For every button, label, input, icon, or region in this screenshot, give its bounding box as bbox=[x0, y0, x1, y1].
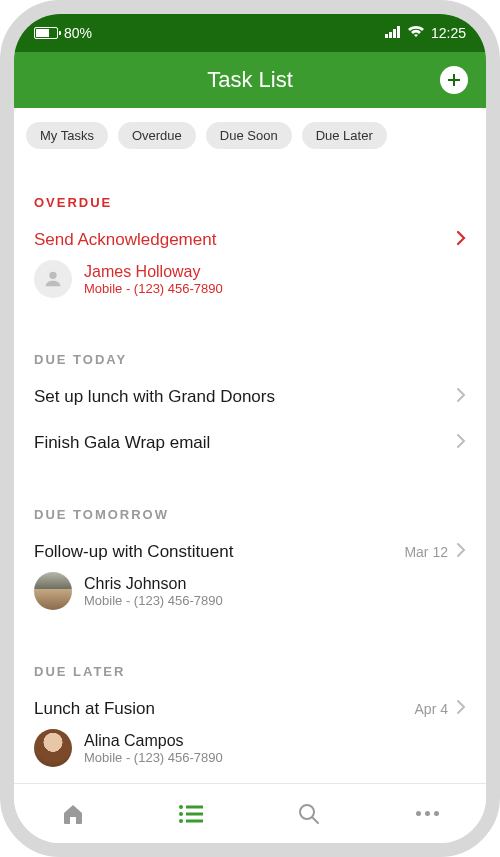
chevron-right-icon bbox=[456, 387, 466, 407]
task-item[interactable]: Finish Gala Wrap email bbox=[34, 425, 466, 471]
task-title: Lunch at Fusion bbox=[34, 699, 415, 719]
section-due-later: DUE LATER Lunch at Fusion Apr 4 Alina Ca… bbox=[14, 628, 486, 783]
svg-rect-0 bbox=[385, 34, 388, 38]
section-header-due-tomorrow: DUE TOMORROW bbox=[34, 507, 466, 522]
bottom-nav bbox=[14, 783, 486, 843]
phone-frame: 80% 12:25 Task List My Tasks Overdue Due… bbox=[0, 0, 500, 857]
svg-rect-8 bbox=[186, 812, 203, 815]
task-scroll-area[interactable]: My Tasks Overdue Due Soon Due Later OVER… bbox=[14, 108, 486, 783]
plus-icon bbox=[446, 72, 462, 88]
task-item[interactable]: Follow-up with Constituent Mar 12 Chris … bbox=[34, 534, 466, 628]
svg-rect-3 bbox=[397, 26, 400, 38]
contact-name: Chris Johnson bbox=[84, 575, 223, 593]
nav-search[interactable] bbox=[287, 792, 331, 836]
contact-row[interactable]: Alina Campos Mobile - (123) 456-7890 bbox=[34, 729, 466, 767]
task-date: Mar 12 bbox=[404, 544, 448, 560]
app-header: Task List bbox=[14, 52, 486, 108]
task-item[interactable]: Send Acknowledgement James Holloway Mobi… bbox=[34, 222, 466, 316]
more-icon bbox=[416, 811, 439, 816]
svg-rect-2 bbox=[393, 29, 396, 38]
wifi-icon bbox=[407, 25, 425, 41]
filter-overdue[interactable]: Overdue bbox=[118, 122, 196, 149]
contact-row[interactable]: James Holloway Mobile - (123) 456-7890 bbox=[34, 260, 466, 298]
list-icon bbox=[178, 804, 204, 824]
task-item[interactable]: Lunch at Fusion Apr 4 Alina Campos Mobil… bbox=[34, 691, 466, 783]
task-title: Send Acknowledgement bbox=[34, 230, 456, 250]
home-icon bbox=[61, 802, 85, 826]
person-icon bbox=[42, 268, 64, 290]
avatar bbox=[34, 729, 72, 767]
page-title: Task List bbox=[207, 67, 293, 93]
chevron-right-icon bbox=[456, 699, 466, 719]
svg-point-7 bbox=[179, 812, 183, 816]
filter-row: My Tasks Overdue Due Soon Due Later bbox=[14, 108, 486, 159]
contact-phone: Mobile - (123) 456-7890 bbox=[84, 281, 223, 296]
signal-icon bbox=[385, 25, 401, 41]
clock: 12:25 bbox=[431, 25, 466, 41]
svg-point-4 bbox=[49, 272, 56, 279]
section-overdue: OVERDUE Send Acknowledgement James Hollo… bbox=[14, 159, 486, 316]
battery-icon bbox=[34, 27, 58, 39]
nav-tasks[interactable] bbox=[169, 792, 213, 836]
section-due-today: DUE TODAY Set up lunch with Grand Donors… bbox=[14, 316, 486, 471]
nav-home[interactable] bbox=[51, 792, 95, 836]
filter-due-soon[interactable]: Due Soon bbox=[206, 122, 292, 149]
contact-name: Alina Campos bbox=[84, 732, 223, 750]
search-icon bbox=[297, 802, 321, 826]
section-header-due-later: DUE LATER bbox=[34, 664, 466, 679]
svg-rect-6 bbox=[186, 805, 203, 808]
chevron-right-icon bbox=[456, 433, 466, 453]
svg-point-5 bbox=[179, 805, 183, 809]
battery-level: 80% bbox=[64, 25, 92, 41]
chevron-right-icon bbox=[456, 542, 466, 562]
filter-due-later[interactable]: Due Later bbox=[302, 122, 387, 149]
chevron-right-icon bbox=[456, 230, 466, 250]
task-title: Set up lunch with Grand Donors bbox=[34, 387, 456, 407]
task-date: Apr 4 bbox=[415, 701, 448, 717]
section-header-overdue: OVERDUE bbox=[34, 195, 466, 210]
svg-rect-10 bbox=[186, 819, 203, 822]
task-title: Follow-up with Constituent bbox=[34, 542, 404, 562]
filter-my-tasks[interactable]: My Tasks bbox=[26, 122, 108, 149]
task-item[interactable]: Set up lunch with Grand Donors bbox=[34, 379, 466, 425]
svg-line-12 bbox=[312, 817, 318, 823]
svg-point-9 bbox=[179, 819, 183, 823]
nav-more[interactable] bbox=[405, 792, 449, 836]
section-due-tomorrow: DUE TOMORROW Follow-up with Constituent … bbox=[14, 471, 486, 628]
avatar-placeholder bbox=[34, 260, 72, 298]
add-task-button[interactable] bbox=[440, 66, 468, 94]
status-bar: 80% 12:25 bbox=[14, 14, 486, 52]
task-title: Finish Gala Wrap email bbox=[34, 433, 456, 453]
avatar bbox=[34, 572, 72, 610]
contact-phone: Mobile - (123) 456-7890 bbox=[84, 750, 223, 765]
section-header-due-today: DUE TODAY bbox=[34, 352, 466, 367]
contact-row[interactable]: Chris Johnson Mobile - (123) 456-7890 bbox=[34, 572, 466, 610]
contact-name: James Holloway bbox=[84, 263, 223, 281]
contact-phone: Mobile - (123) 456-7890 bbox=[84, 593, 223, 608]
svg-rect-1 bbox=[389, 32, 392, 38]
